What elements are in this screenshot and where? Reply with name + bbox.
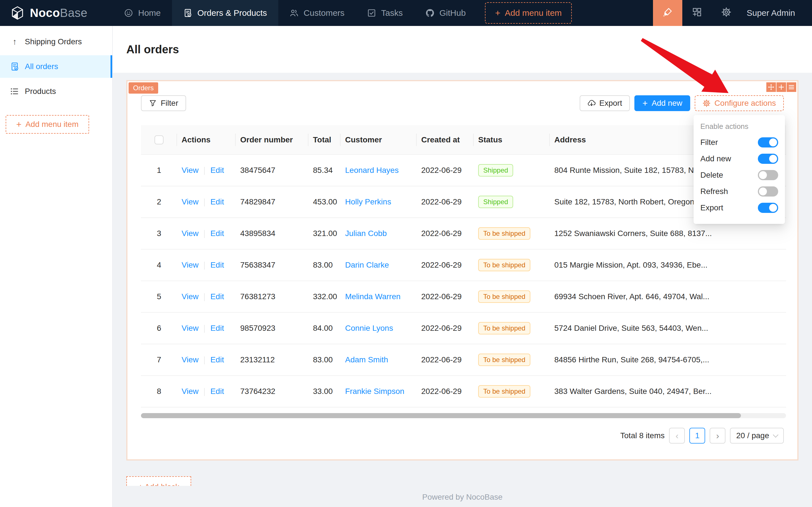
- content-area: Orders Filter: [113, 73, 812, 507]
- customer-link[interactable]: Julian Cobb: [345, 229, 387, 238]
- plus-icon: +: [495, 9, 501, 17]
- select-all-checkbox[interactable]: [155, 135, 164, 145]
- user-menu[interactable]: Super Admin: [741, 0, 812, 26]
- view-link[interactable]: View: [182, 324, 198, 332]
- cell-order-number: 43895834: [236, 218, 308, 249]
- dropdown-item-add-new: Add new: [700, 151, 778, 167]
- view-link[interactable]: View: [182, 292, 198, 301]
- view-link[interactable]: View: [182, 198, 198, 206]
- sidebar-add-menu-item-button[interactable]: + Add menu item: [6, 115, 89, 134]
- customer-link[interactable]: Leonard Hayes: [345, 166, 399, 175]
- ui-editor-button[interactable]: [653, 0, 682, 26]
- add-new-button[interactable]: + Add new: [634, 95, 690, 111]
- nav-item-customers[interactable]: Customers: [278, 0, 356, 26]
- main-menu: Home Orders & Products Customers Tasks: [113, 0, 572, 26]
- row-index: 1: [141, 155, 177, 186]
- view-link[interactable]: View: [182, 166, 198, 175]
- row-index: 6: [141, 313, 177, 344]
- cell-total: 84.00: [308, 313, 341, 344]
- prev-page-button[interactable]: ‹: [669, 428, 685, 444]
- add-block-button[interactable]: + Add block: [126, 476, 191, 486]
- nav-item-home[interactable]: Home: [113, 0, 172, 26]
- sidebar-item-all-orders[interactable]: All orders: [0, 55, 112, 78]
- edit-link[interactable]: Edit: [210, 387, 224, 396]
- pagination: Total 8 items ‹ 1 › 20 / page: [141, 428, 784, 444]
- cell-address: 69934 Schoen River, Apt. 646, 49704, Wal…: [550, 281, 786, 313]
- table-row: 7 ViewEdit 23132112 83.00 Adam Smith 202…: [141, 344, 786, 376]
- customer-link[interactable]: Connie Lyons: [345, 324, 393, 332]
- table-row: 8 ViewEdit 73764232 33.00 Frankie Simpso…: [141, 376, 786, 407]
- divider: [204, 262, 205, 270]
- filter-button[interactable]: Filter: [141, 95, 186, 111]
- customer-link[interactable]: Melinda Warren: [345, 292, 401, 301]
- add-menu-item-button[interactable]: + Add menu item: [485, 2, 572, 24]
- nocobase-app: NocoBase Home Orders & Products Customer…: [0, 0, 812, 507]
- block-collection-badge: Orders: [128, 82, 158, 94]
- orders-table: Actions Order number Total Customer Crea…: [141, 125, 784, 407]
- view-link[interactable]: View: [182, 229, 198, 238]
- row-index: 4: [141, 249, 177, 281]
- add-block-icon[interactable]: [776, 82, 786, 92]
- refresh-toggle[interactable]: [758, 186, 778, 196]
- customer-link[interactable]: Frankie Simpson: [345, 387, 404, 396]
- export-button[interactable]: Export: [580, 95, 630, 111]
- add-menu-item-label: Add menu item: [505, 8, 562, 18]
- sidebar-item-shipping-orders[interactable]: ↑ Shipping Orders: [0, 31, 112, 53]
- view-link[interactable]: View: [182, 387, 198, 396]
- cell-order-number: 98570923: [236, 313, 308, 344]
- column-header-actions: Actions: [177, 125, 236, 155]
- row-index: 3: [141, 218, 177, 249]
- status-badge: To be shipped: [478, 354, 530, 366]
- view-link[interactable]: View: [182, 261, 198, 269]
- filter-toggle[interactable]: [758, 137, 778, 148]
- next-page-button[interactable]: ›: [710, 428, 726, 444]
- cell-total: 33.00: [308, 376, 341, 407]
- plus-icon: +: [16, 120, 21, 128]
- cell-total: 321.00: [308, 218, 341, 249]
- cell-order-number: 38475647: [236, 155, 308, 186]
- add-block-label: + Add block: [127, 477, 190, 486]
- edit-link[interactable]: Edit: [210, 261, 224, 269]
- nav-item-github[interactable]: GitHub: [414, 0, 477, 26]
- sidebar-item-products[interactable]: Products: [0, 80, 112, 103]
- edit-link[interactable]: Edit: [210, 166, 224, 175]
- scrollbar-thumb[interactable]: [141, 413, 741, 418]
- status-badge: Shipped: [478, 164, 513, 176]
- app-logo[interactable]: NocoBase: [0, 0, 113, 26]
- edit-link[interactable]: Edit: [210, 355, 224, 364]
- page-header: All orders: [113, 26, 812, 73]
- nav-item-tasks[interactable]: Tasks: [356, 0, 414, 26]
- settings-button[interactable]: [712, 0, 741, 26]
- add-new-toggle[interactable]: [758, 154, 778, 164]
- table-header-row: Actions Order number Total Customer Crea…: [141, 125, 786, 155]
- add-new-label: Add new: [651, 99, 682, 108]
- export-toggle[interactable]: [758, 203, 778, 213]
- plugin-manager-button[interactable]: [682, 0, 712, 26]
- configure-actions-button[interactable]: Configure actions: [695, 95, 784, 111]
- page-size-value: 20 / page: [736, 431, 769, 440]
- column-header-order-number: Order number: [236, 125, 308, 155]
- edit-link[interactable]: Edit: [210, 292, 224, 301]
- status-badge: To be shipped: [478, 227, 530, 240]
- edit-link[interactable]: Edit: [210, 229, 224, 238]
- nav-item-orders-products[interactable]: Orders & Products: [172, 0, 278, 26]
- configure-actions-label: Configure actions: [714, 99, 776, 108]
- delete-toggle[interactable]: [758, 170, 778, 180]
- horizontal-scrollbar: [141, 413, 786, 418]
- edit-link[interactable]: Edit: [210, 198, 224, 206]
- dropdown-title: Enable actions: [700, 121, 778, 134]
- page-1-button[interactable]: 1: [689, 428, 705, 444]
- edit-link[interactable]: Edit: [210, 324, 224, 332]
- drag-handle-icon[interactable]: [766, 82, 776, 92]
- customer-link[interactable]: Adam Smith: [345, 355, 388, 364]
- customer-link[interactable]: Darin Clarke: [345, 261, 389, 269]
- page-size-select[interactable]: 20 / page: [730, 428, 784, 444]
- page-title: All orders: [126, 43, 179, 56]
- enable-actions-dropdown: Enable actions Filter Add new Delete Ref…: [694, 115, 785, 224]
- view-link[interactable]: View: [182, 355, 198, 364]
- customer-link[interactable]: Holly Perkins: [345, 198, 391, 206]
- dropdown-item-export: Export: [700, 200, 778, 216]
- block-menu-icon[interactable]: [787, 82, 796, 92]
- orders-doc-icon: [183, 8, 192, 17]
- sidebar: ↑ Shipping Orders All orders Products + …: [0, 26, 113, 507]
